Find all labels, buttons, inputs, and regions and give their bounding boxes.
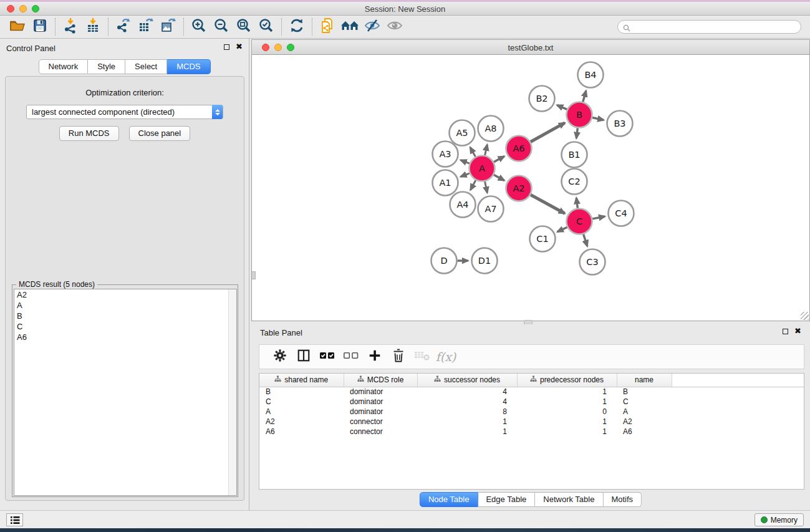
save-session-button[interactable] [29, 17, 51, 36]
edge-B-B1[interactable] [576, 128, 577, 138]
float-table-panel-icon[interactable] [783, 329, 788, 334]
create-new-column-button[interactable] [364, 347, 385, 367]
cell-predecessor-nodes[interactable]: 1 [517, 427, 617, 437]
zoom-selected-button[interactable] [255, 17, 277, 36]
network-canvas[interactable]: B4B2BB3A5A8A6A3AB1A1A2C2A4A7C4CC1DD1C3 [251, 55, 810, 321]
cell-name[interactable]: C [617, 397, 672, 407]
hide-selected-button[interactable] [361, 17, 383, 36]
select-all-columns-button[interactable] [317, 347, 338, 367]
cell-name[interactable]: B [617, 387, 672, 397]
result-item-a[interactable]: A [14, 300, 236, 311]
tab-node-table[interactable]: Node Table [420, 492, 478, 507]
edge-B-B2[interactable] [557, 105, 567, 110]
cell-name[interactable]: A6 [617, 427, 672, 437]
column-header-successor-nodes[interactable]: successor nodes [417, 374, 517, 387]
cell-MCDS-role[interactable]: dominator [344, 407, 417, 417]
table-row-b[interactable]: Bdominator41B [259, 387, 804, 397]
cell-successor-nodes[interactable]: 4 [417, 387, 517, 397]
column-header-MCDS-role[interactable]: MCDS role [344, 374, 417, 387]
search-input[interactable] [617, 20, 801, 34]
cell-predecessor-nodes[interactable]: 1 [517, 387, 617, 397]
open-session-button[interactable] [6, 17, 29, 36]
cell-MCDS-role[interactable]: connector [344, 417, 417, 427]
optimization-criterion-dropdown[interactable]: largest connected component (directed) [26, 105, 223, 119]
cell-shared-name[interactable]: A6 [259, 427, 344, 437]
tab-network-table[interactable]: Network Table [535, 492, 603, 507]
table-row-a2[interactable]: A2connector11A2 [259, 417, 804, 427]
tab-edge-table[interactable]: Edge Table [478, 492, 535, 507]
tab-motifs[interactable]: Motifs [603, 492, 642, 507]
tab-style[interactable]: Style [88, 59, 125, 74]
mcds-result-list[interactable]: A2ABCA6 [14, 289, 237, 496]
cell-successor-nodes[interactable]: 1 [417, 427, 517, 437]
unselect-all-columns-button[interactable] [340, 347, 362, 367]
cell-successor-nodes[interactable]: 1 [417, 417, 517, 427]
task-history-button[interactable] [6, 513, 23, 526]
close-panel-button[interactable]: Close panel [129, 126, 191, 141]
export-image-button[interactable] [157, 17, 180, 36]
export-table-button[interactable] [135, 17, 157, 36]
first-neighbors-button[interactable] [339, 17, 361, 36]
result-item-a2[interactable]: A2 [14, 289, 236, 300]
edge-A-A8[interactable] [485, 145, 488, 155]
cell-predecessor-nodes[interactable]: 1 [517, 417, 617, 427]
export-network-button[interactable] [112, 17, 135, 36]
zoom-out-button[interactable] [210, 17, 233, 36]
apply-layout-button[interactable] [286, 17, 308, 36]
edge-C-C1[interactable] [557, 227, 567, 231]
edge-B-B3[interactable] [592, 118, 604, 120]
toggle-table-mode-button[interactable] [293, 347, 314, 367]
edge-A-A7[interactable] [485, 181, 488, 193]
table-row-c[interactable]: Cdominator41C [259, 397, 804, 407]
edge-A-A1[interactable] [461, 173, 470, 177]
cell-shared-name[interactable]: C [259, 397, 344, 407]
column-header-predecessor-nodes[interactable]: predecessor nodes [517, 374, 617, 387]
show-all-button[interactable] [383, 17, 406, 36]
result-item-b[interactable]: B [14, 311, 236, 321]
cell-MCDS-role[interactable]: dominator [344, 387, 417, 397]
column-header-name[interactable]: name [617, 374, 672, 387]
cell-MCDS-role[interactable]: connector [344, 427, 417, 437]
zoom-in-button[interactable] [188, 17, 210, 36]
birdseye-toggle[interactable] [252, 271, 256, 279]
edge-B-B4[interactable] [583, 91, 586, 102]
edge-A-A6[interactable] [494, 157, 504, 162]
cell-successor-nodes[interactable]: 4 [417, 397, 517, 407]
table-settings-button[interactable] [269, 347, 291, 367]
cell-name[interactable]: A [617, 407, 672, 417]
edge-C-C3[interactable] [584, 234, 587, 246]
edge-A-A5[interactable] [470, 147, 476, 157]
import-network-button[interactable] [59, 17, 82, 36]
cell-successor-nodes[interactable]: 8 [417, 407, 517, 417]
memory-button[interactable]: Memory [755, 513, 804, 526]
run-mcds-button[interactable]: Run MCDS [59, 126, 119, 141]
edge-C-C4[interactable] [592, 216, 605, 219]
column-header-shared-name[interactable]: shared name [259, 374, 344, 387]
cell-predecessor-nodes[interactable]: 0 [517, 407, 617, 417]
edge-C-C2[interactable] [576, 198, 577, 208]
close-panel-icon[interactable]: ✖ [236, 44, 243, 50]
window-resize-grip[interactable] [801, 312, 809, 320]
cell-shared-name[interactable]: B [259, 387, 344, 397]
edge-A-A4[interactable] [470, 180, 475, 190]
result-list-scrollbar[interactable] [228, 289, 236, 495]
import-table-button[interactable] [82, 17, 104, 36]
edge-A-A3[interactable] [461, 160, 470, 164]
new-network-from-selection-button[interactable] [316, 17, 339, 36]
cell-predecessor-nodes[interactable]: 1 [517, 397, 617, 407]
cell-name[interactable]: A2 [617, 417, 672, 427]
result-item-c[interactable]: C [14, 321, 236, 332]
edge-A2-C[interactable] [531, 195, 565, 213]
delete-columns-button[interactable] [388, 347, 409, 367]
edge-A6-B[interactable] [531, 123, 565, 142]
tab-mcds[interactable]: MCDS [167, 59, 210, 74]
tab-select[interactable]: Select [125, 59, 167, 74]
edge-A-A2[interactable] [494, 175, 504, 180]
float-panel-icon[interactable] [224, 44, 229, 50]
cell-MCDS-role[interactable]: dominator [344, 397, 417, 407]
table-row-a6[interactable]: A6connector11A6 [259, 427, 804, 437]
cell-shared-name[interactable]: A2 [259, 417, 344, 427]
tab-network[interactable]: Network [38, 59, 88, 74]
close-table-panel-icon[interactable]: ✖ [794, 328, 801, 334]
table-row-a[interactable]: Adominator80A [259, 407, 804, 417]
